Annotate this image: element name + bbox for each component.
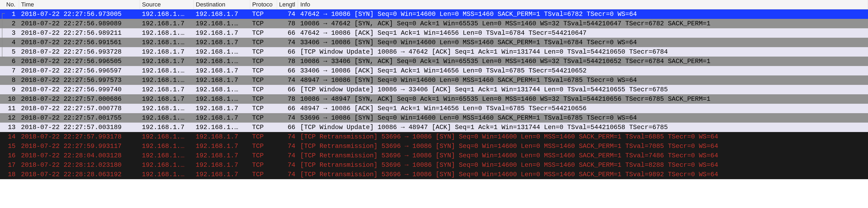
cell-length: 66	[277, 104, 298, 113]
cell-no: 7	[0, 66, 19, 75]
cell-protocol: TCP	[250, 75, 277, 85]
packet-row[interactable]: 52018-07-22 22:27:56.993728192.168.1.719…	[0, 47, 868, 57]
packet-row[interactable]: 122018-07-22 22:27:57.001755192.168.1.…1…	[0, 113, 868, 123]
cell-no: 5	[0, 47, 19, 57]
packet-row[interactable]: 182018-07-22 22:28:28.063192192.168.1.…1…	[0, 170, 868, 179]
cell-protocol: TCP	[250, 94, 277, 104]
col-header-info[interactable]: Info	[298, 0, 868, 9]
cell-info: 10086 → 48947 [SYN, ACK] Seq=0 Ack=1 Win…	[298, 94, 868, 104]
cell-protocol: TCP	[250, 57, 277, 66]
cell-time: 2018-07-22 22:27:56.993728	[19, 47, 140, 57]
cell-no: 2	[0, 19, 19, 28]
cell-length: 74	[277, 141, 298, 151]
packet-row[interactable]: 72018-07-22 22:27:56.996597192.168.1.…19…	[0, 66, 868, 75]
cell-length: 66	[277, 28, 298, 38]
packet-row[interactable]: 172018-07-22 22:28:12.023180192.168.1.…1…	[0, 160, 868, 170]
cell-no: 1	[0, 9, 19, 19]
packet-row[interactable]: 142018-07-22 22:27:57.993178192.168.1.…1…	[0, 132, 868, 141]
packet-row[interactable]: 22018-07-22 22:27:56.989089192.168.1.719…	[0, 19, 868, 28]
cell-destination: 192.168.1.7	[193, 113, 250, 123]
cell-time: 2018-07-22 22:28:04.003128	[19, 151, 140, 160]
cell-source: 192.168.1.…	[140, 38, 193, 47]
cell-destination: 192.168.1.7	[193, 75, 250, 85]
cell-time: 2018-07-22 22:27:57.000686	[19, 94, 140, 104]
cell-source: 192.168.1.…	[140, 151, 193, 160]
cell-no: 11	[0, 104, 19, 113]
packet-row[interactable]: 32018-07-22 22:27:56.989211192.168.1.…19…	[0, 28, 868, 38]
cell-no: 9	[0, 85, 19, 94]
packet-row[interactable]: 102018-07-22 22:27:57.000686192.168.1.71…	[0, 94, 868, 104]
cell-source: 192.168.1.…	[140, 113, 193, 123]
cell-destination: 192.168.1.…	[193, 85, 250, 94]
cell-no: 12	[0, 113, 19, 123]
cell-destination: 192.168.1.7	[193, 141, 250, 151]
cell-destination: 192.168.1.7	[193, 151, 250, 160]
cell-time: 2018-07-22 22:27:57.993178	[19, 132, 140, 141]
cell-length: 66	[277, 47, 298, 57]
col-header-length[interactable]: Lengtl	[277, 0, 298, 9]
cell-length: 74	[277, 113, 298, 123]
cell-time: 2018-07-22 22:27:57.003189	[19, 123, 140, 132]
cell-protocol: TCP	[250, 141, 277, 151]
cell-protocol: TCP	[250, 38, 277, 47]
cell-info: [TCP Retransmission] 53696 → 10086 [SYN]…	[298, 170, 868, 179]
cell-time: 2018-07-22 22:27:57.000778	[19, 104, 140, 113]
packet-row[interactable]: 132018-07-22 22:27:57.003189192.168.1.71…	[0, 123, 868, 132]
cell-protocol: TCP	[250, 123, 277, 132]
cell-length: 74	[277, 132, 298, 141]
cell-no: 13	[0, 123, 19, 132]
packet-row[interactable]: 112018-07-22 22:27:57.000778192.168.1.…1…	[0, 104, 868, 113]
cell-no: 3	[0, 28, 19, 38]
cell-protocol: TCP	[250, 19, 277, 28]
packet-row[interactable]: 152018-07-22 22:27:59.993117192.168.1.…1…	[0, 141, 868, 151]
cell-time: 2018-07-22 22:27:56.989089	[19, 19, 140, 28]
col-header-protocol[interactable]: Protoco	[250, 0, 277, 9]
col-header-time[interactable]: Time	[19, 0, 140, 9]
packet-row[interactable]: 92018-07-22 22:27:56.999740192.168.1.719…	[0, 85, 868, 94]
cell-destination: 192.168.1.…	[193, 19, 250, 28]
packet-row[interactable]: 82018-07-22 22:27:56.997573192.168.1.…19…	[0, 75, 868, 85]
cell-protocol: TCP	[250, 113, 277, 123]
packet-list-table[interactable]: No. Time Source Destination Protoco Leng…	[0, 0, 868, 179]
cell-time: 2018-07-22 22:27:59.993117	[19, 141, 140, 151]
col-header-destination[interactable]: Destination	[193, 0, 250, 9]
cell-destination: 192.168.1.7	[193, 132, 250, 141]
cell-destination: 192.168.1.…	[193, 47, 250, 57]
cell-source: 192.168.1.…	[140, 170, 193, 179]
cell-protocol: TCP	[250, 132, 277, 141]
cell-length: 74	[277, 170, 298, 179]
cell-source: 192.168.1.…	[140, 141, 193, 151]
cell-no: 14	[0, 132, 19, 141]
cell-time: 2018-07-22 22:27:56.996505	[19, 57, 140, 66]
cell-protocol: TCP	[250, 28, 277, 38]
cell-info: 10086 → 33406 [SYN, ACK] Seq=0 Ack=1 Win…	[298, 57, 868, 66]
cell-source: 192.168.1.…	[140, 160, 193, 170]
cell-source: 192.168.1.7	[140, 57, 193, 66]
cell-info: [TCP Retransmission] 53696 → 10086 [SYN]…	[298, 141, 868, 151]
cell-time: 2018-07-22 22:27:56.991561	[19, 38, 140, 47]
packet-row[interactable]: 62018-07-22 22:27:56.996505192.168.1.719…	[0, 57, 868, 66]
cell-protocol: TCP	[250, 66, 277, 75]
cell-length: 74	[277, 75, 298, 85]
cell-length: 66	[277, 66, 298, 75]
cell-no: 15	[0, 141, 19, 151]
cell-info: 48947 → 10086 [SYN] Seq=0 Win=14600 Len=…	[298, 75, 868, 85]
cell-no: 6	[0, 57, 19, 66]
cell-info: 10086 → 47642 [SYN, ACK] Seq=0 Ack=1 Win…	[298, 19, 868, 28]
col-header-source[interactable]: Source	[140, 0, 193, 9]
cell-info: 33406 → 10086 [ACK] Seq=1 Ack=1 Win=1465…	[298, 66, 868, 75]
cell-info: [TCP Window Update] 10086 → 48947 [ACK] …	[298, 123, 868, 132]
cell-no: 8	[0, 75, 19, 85]
col-header-no[interactable]: No.	[0, 0, 19, 9]
cell-source: 192.168.1.…	[140, 75, 193, 85]
cell-destination: 192.168.1.7	[193, 104, 250, 113]
cell-source: 192.168.1.7	[140, 47, 193, 57]
cell-info: [TCP Retransmission] 53696 → 10086 [SYN]…	[298, 132, 868, 141]
cell-destination: 192.168.1.7	[193, 9, 250, 19]
cell-protocol: TCP	[250, 170, 277, 179]
packet-row[interactable]: 42018-07-22 22:27:56.991561192.168.1.…19…	[0, 38, 868, 47]
cell-length: 66	[277, 85, 298, 94]
cell-info: 53696 → 10086 [SYN] Seq=0 Win=14600 Len=…	[298, 113, 868, 123]
packet-row[interactable]: 12018-07-22 22:27:56.973005192.168.1.…19…	[0, 9, 868, 19]
packet-row[interactable]: 162018-07-22 22:28:04.003128192.168.1.…1…	[0, 151, 868, 160]
